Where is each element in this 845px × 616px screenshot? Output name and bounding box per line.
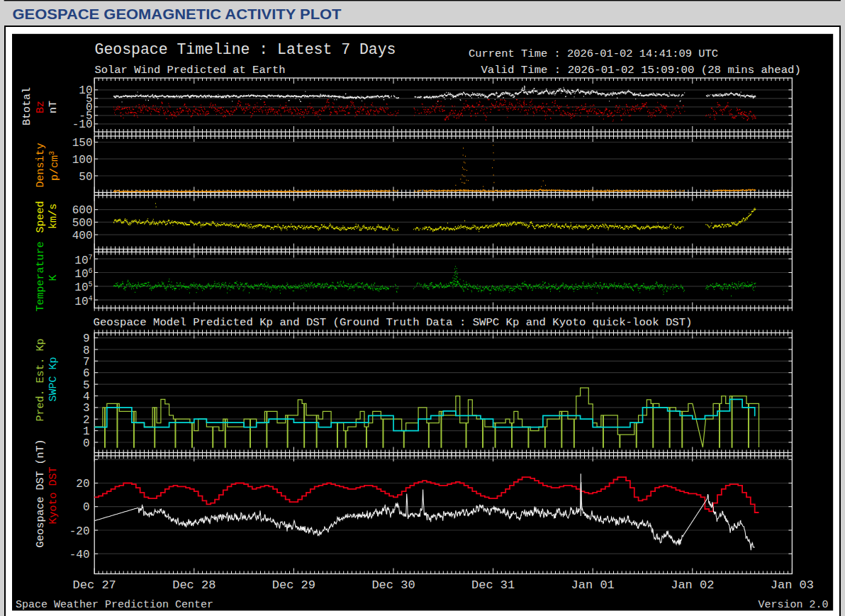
svg-text:SWPC Kp: SWPC Kp <box>47 357 60 401</box>
svg-text:50: 50 <box>79 171 92 184</box>
svg-text:Pred. Est. Kp: Pred. Est. Kp <box>35 338 47 421</box>
svg-text:Geospace Model Predicted Kp an: Geospace Model Predicted Kp and DST (Gro… <box>94 316 693 329</box>
svg-text:Current Time : 2026-01-02 14:4: Current Time : 2026-01-02 14:41:09 UTC <box>469 48 718 60</box>
svg-text:0: 0 <box>83 437 90 450</box>
svg-text:Speed: Speed <box>35 201 47 233</box>
svg-text:-40: -40 <box>69 549 90 561</box>
svg-text:Jan 03: Jan 03 <box>771 578 814 592</box>
svg-text:GEOSPACE GEOMAGNETIC ACTIVITY: GEOSPACE GEOMAGNETIC ACTIVITY PLOT <box>13 6 342 22</box>
svg-text:600: 600 <box>72 204 93 217</box>
svg-text:3: 3 <box>83 402 90 415</box>
svg-text:Jan 01: Jan 01 <box>571 578 615 592</box>
svg-text:2: 2 <box>83 414 90 427</box>
svg-text:-20: -20 <box>69 525 90 538</box>
svg-text:Jan 02: Jan 02 <box>671 578 714 592</box>
svg-text:400: 400 <box>72 230 93 242</box>
svg-text:7: 7 <box>83 356 90 369</box>
svg-text:Dec 30: Dec 30 <box>371 578 415 592</box>
svg-text:5: 5 <box>83 379 90 392</box>
svg-text:0: 0 <box>83 501 90 514</box>
svg-text:500: 500 <box>72 217 93 230</box>
svg-text:Solar Wind Predicted at Earth: Solar Wind Predicted at Earth <box>95 64 286 77</box>
svg-text:Temperature: Temperature <box>35 241 47 311</box>
svg-text:p/cm3: p/cm3 <box>48 151 61 181</box>
svg-text:Valid Time : 2026-01-02 15:09:: Valid Time : 2026-01-02 15:09:00 (28 min… <box>481 65 801 77</box>
svg-text:8: 8 <box>83 345 90 357</box>
svg-text:Version 2.0: Version 2.0 <box>759 599 829 611</box>
svg-text:Btotal: Btotal <box>21 87 33 125</box>
svg-text:-10: -10 <box>72 118 93 131</box>
svg-text:Space Weather Prediction Cente: Space Weather Prediction Center <box>16 599 213 611</box>
svg-text:Bz: Bz <box>35 101 47 113</box>
svg-text:nT: nT <box>47 101 60 113</box>
svg-text:150: 150 <box>72 137 93 150</box>
svg-text:Density: Density <box>35 142 47 187</box>
svg-text:Dec 27: Dec 27 <box>73 578 116 592</box>
svg-text:Geospace Timeline : Latest 7 D: Geospace Timeline : Latest 7 Days <box>95 41 396 58</box>
svg-text:4: 4 <box>83 391 90 403</box>
svg-text:Dec 31: Dec 31 <box>471 578 515 592</box>
svg-text:Kyoto DST: Kyoto DST <box>47 466 60 524</box>
svg-text:20: 20 <box>76 478 89 491</box>
svg-text:K: K <box>47 274 60 281</box>
svg-text:Dec 28: Dec 28 <box>172 578 216 592</box>
svg-text:1: 1 <box>83 425 90 438</box>
svg-text:100: 100 <box>72 154 93 167</box>
svg-text:km/s: km/s <box>47 203 60 229</box>
svg-text:6: 6 <box>83 367 90 380</box>
svg-text:9: 9 <box>83 332 90 345</box>
svg-text:Dec 29: Dec 29 <box>272 578 315 592</box>
svg-text:Geospace DST (nT): Geospace DST (nT) <box>35 439 47 547</box>
